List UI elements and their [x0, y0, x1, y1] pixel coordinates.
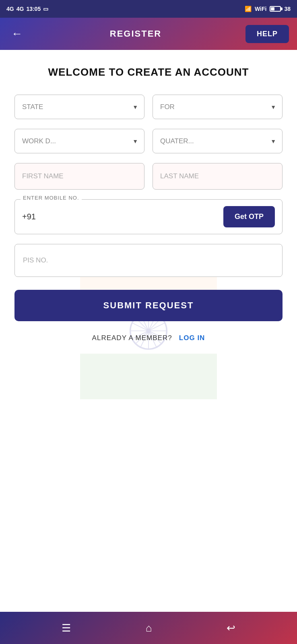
workd-select[interactable]: WORK D...	[14, 129, 144, 153]
first-name-input[interactable]	[14, 163, 144, 190]
get-otp-button[interactable]: Get OTP	[223, 206, 275, 227]
app-bar: ← REGISTER HELP	[0, 18, 297, 50]
for-select[interactable]: FOR	[153, 95, 283, 119]
page-title: WELCOME TO CREATE AN ACCOUNT	[14, 66, 283, 78]
app-bar-title: REGISTER	[110, 29, 161, 39]
main-content: WELCOME TO CREATE AN ACCOUNT STATE ▼ FOR…	[0, 50, 297, 612]
workd-quater-row: WORK D... ▼ QUATER... ▼	[14, 129, 283, 153]
last-name-input[interactable]	[153, 163, 283, 190]
help-button[interactable]: HELP	[245, 25, 289, 43]
mobile-label: ENTER MOBILE NO.	[21, 195, 82, 201]
battery-level: 38	[284, 6, 291, 12]
status-bar-right: 📶 WiFi 38	[245, 6, 291, 12]
bottom-bar: ☰ ⌂ ↩	[0, 612, 297, 644]
workd-select-wrapper: WORK D... ▼	[14, 129, 144, 153]
login-link[interactable]: LOG IN	[179, 334, 205, 342]
state-for-row: STATE ▼ FOR ▼	[14, 95, 283, 119]
login-text: ALREADY A MEMBER? LOG IN	[14, 334, 283, 342]
status-bar-left: 4G 4G 13:05 ▭	[6, 6, 48, 12]
menu-icon[interactable]: ☰	[62, 622, 71, 634]
name-row	[14, 163, 283, 190]
form-container: STATE ▼ FOR ▼ WORK D... ▼ QUATER..	[14, 95, 283, 342]
quater-select[interactable]: QUATER...	[153, 129, 283, 153]
back-nav-icon[interactable]: ↩	[227, 622, 235, 634]
submit-button[interactable]: SUBMIT REQUEST	[14, 290, 283, 321]
state-select-wrapper: STATE ▼	[14, 95, 144, 119]
signal-4g-2: 4G	[16, 6, 24, 12]
battery-icon	[270, 6, 281, 12]
quater-select-wrapper: QUATER... ▼	[153, 129, 283, 153]
mobile-input[interactable]	[49, 213, 217, 221]
pis-input[interactable]	[14, 244, 283, 277]
mobile-inner: +91 Get OTP	[15, 200, 282, 234]
mobile-field-wrapper: ENTER MOBILE NO. +91 Get OTP	[14, 199, 283, 234]
already-member-text: ALREADY A MEMBER?	[92, 334, 172, 342]
mobile-prefix: +91	[22, 212, 42, 221]
state-select[interactable]: STATE	[14, 95, 144, 119]
home-icon[interactable]: ⌂	[146, 622, 152, 634]
screen-icon: ▭	[43, 6, 48, 12]
call-icon: 📶	[245, 6, 252, 12]
status-bar: 4G 4G 13:05 ▭ 📶 WiFi 38	[0, 0, 297, 18]
time-display: 13:05	[26, 6, 41, 12]
for-select-wrapper: FOR ▼	[153, 95, 283, 119]
svg-rect-2	[80, 354, 217, 399]
back-button[interactable]: ←	[8, 24, 26, 43]
wifi-icon: WiFi	[255, 6, 266, 12]
signal-4g-1: 4G	[6, 6, 14, 12]
